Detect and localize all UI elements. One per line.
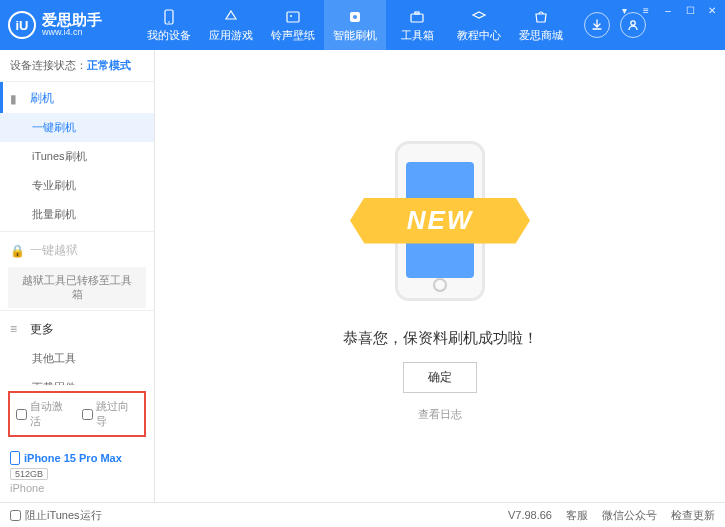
auto-activate-checkbox[interactable]: 自动激活 <box>16 399 72 429</box>
nav-my-device[interactable]: 我的设备 <box>138 0 200 50</box>
phone-icon <box>160 8 178 26</box>
top-nav: 我的设备 应用游戏 铃声壁纸 智能刷机 工具箱 教程中心 爱思商城 <box>138 0 572 50</box>
support-link[interactable]: 客服 <box>566 508 588 523</box>
device-name-text: iPhone 15 Pro Max <box>24 452 122 464</box>
device-name[interactable]: iPhone 15 Pro Max <box>10 451 144 465</box>
sidebar-item-batch-flash[interactable]: 批量刷机 <box>0 200 154 229</box>
window-controls: ▾ ≡ – ☐ ✕ <box>617 3 719 17</box>
svg-rect-6 <box>415 12 419 14</box>
svg-point-7 <box>631 21 635 25</box>
device-info: iPhone 15 Pro Max 512GB iPhone <box>0 443 154 502</box>
logo-icon: iU <box>8 11 36 39</box>
shop-icon <box>532 8 550 26</box>
conn-label: 设备连接状态： <box>10 59 87 71</box>
jailbreak-note: 越狱工具已转移至工具箱 <box>8 267 146 308</box>
nav-label: 爱思商城 <box>519 28 563 43</box>
svg-rect-8 <box>11 452 20 465</box>
checkbox-label: 自动激活 <box>30 399 72 429</box>
sidebar-item-itunes-flash[interactable]: iTunes刷机 <box>0 142 154 171</box>
device-storage: 512GB <box>10 468 48 480</box>
sidebar-item-oneclick-flash[interactable]: 一键刷机 <box>0 113 154 142</box>
minimize-icon[interactable]: – <box>661 3 675 17</box>
device-type: iPhone <box>10 482 144 494</box>
nav-flash[interactable]: 智能刷机 <box>324 0 386 50</box>
skip-guide-checkbox[interactable]: 跳过向导 <box>82 399 138 429</box>
conn-mode: 正常模式 <box>87 59 131 71</box>
app-header: iU 爱思助手 www.i4.cn 我的设备 应用游戏 铃声壁纸 智能刷机 工具… <box>0 0 725 50</box>
nav-ringtones[interactable]: 铃声壁纸 <box>262 0 324 50</box>
close-icon[interactable]: ✕ <box>705 3 719 17</box>
sidebar-item-other-tools[interactable]: 其他工具 <box>0 344 154 373</box>
phone-icon <box>10 451 20 465</box>
view-log-link[interactable]: 查看日志 <box>418 407 462 422</box>
apps-icon <box>222 8 240 26</box>
download-button[interactable] <box>584 12 610 38</box>
sidebar-item-download-fw[interactable]: 下载固件 <box>0 373 154 385</box>
wechat-link[interactable]: 微信公众号 <box>602 508 657 523</box>
main-content: NEW 恭喜您，保资料刷机成功啦！ 确定 查看日志 <box>155 50 725 502</box>
group-label: 一键越狱 <box>30 242 78 259</box>
version-text: V7.98.66 <box>508 509 552 521</box>
toolbox-icon <box>408 8 426 26</box>
sidebar: 设备连接状态：正常模式 ▮ 刷机 一键刷机 iTunes刷机 专业刷机 批量刷机… <box>0 50 155 502</box>
nav-tutorials[interactable]: 教程中心 <box>448 0 510 50</box>
sidebar-menu: ▮ 刷机 一键刷机 iTunes刷机 专业刷机 批量刷机 🔒 一键越狱 越狱工具… <box>0 82 154 385</box>
logo-area: iU 爱思助手 www.i4.cn <box>8 11 138 39</box>
svg-point-3 <box>290 15 292 17</box>
image-icon <box>284 8 302 26</box>
block-itunes-checkbox[interactable]: 阻止iTunes运行 <box>10 508 102 523</box>
nav-label: 应用游戏 <box>209 28 253 43</box>
options-box: 自动激活 跳过向导 <box>8 391 146 437</box>
group-label: 更多 <box>30 321 54 338</box>
svg-rect-5 <box>411 14 423 22</box>
svg-rect-2 <box>287 12 299 22</box>
group-label: 刷机 <box>30 90 54 107</box>
app-title: 爱思助手 <box>42 12 102 29</box>
settings-icon[interactable]: ≡ <box>639 3 653 17</box>
maximize-icon[interactable]: ☐ <box>683 3 697 17</box>
nav-label: 铃声壁纸 <box>271 28 315 43</box>
refresh-icon <box>346 8 364 26</box>
checkbox-label: 跳过向导 <box>96 399 138 429</box>
new-ribbon: NEW <box>350 198 530 244</box>
sidebar-item-pro-flash[interactable]: 专业刷机 <box>0 171 154 200</box>
list-icon: ≡ <box>10 322 24 336</box>
status-bar: 阻止iTunes运行 V7.98.66 客服 微信公众号 检查更新 <box>0 502 725 527</box>
success-illustration: NEW <box>320 131 560 311</box>
menu-icon[interactable]: ▾ <box>617 3 631 17</box>
nav-label: 我的设备 <box>147 28 191 43</box>
group-flash[interactable]: ▮ 刷机 <box>0 82 154 113</box>
group-jailbreak[interactable]: 🔒 一键越狱 <box>0 234 154 265</box>
nav-apps[interactable]: 应用游戏 <box>200 0 262 50</box>
nav-toolbox[interactable]: 工具箱 <box>386 0 448 50</box>
phone-icon: ▮ <box>10 92 24 106</box>
nav-label: 工具箱 <box>401 28 434 43</box>
nav-label: 智能刷机 <box>333 28 377 43</box>
check-update-link[interactable]: 检查更新 <box>671 508 715 523</box>
checkbox-label: 阻止iTunes运行 <box>25 508 102 523</box>
group-more[interactable]: ≡ 更多 <box>0 313 154 344</box>
nav-label: 教程中心 <box>457 28 501 43</box>
connection-status: 设备连接状态：正常模式 <box>0 50 154 82</box>
lock-icon: 🔒 <box>10 244 24 258</box>
graduation-icon <box>470 8 488 26</box>
svg-point-1 <box>168 21 170 23</box>
success-message: 恭喜您，保资料刷机成功啦！ <box>343 329 538 348</box>
nav-shop[interactable]: 爱思商城 <box>510 0 572 50</box>
ok-button[interactable]: 确定 <box>403 362 477 393</box>
app-subtitle: www.i4.cn <box>42 28 102 38</box>
